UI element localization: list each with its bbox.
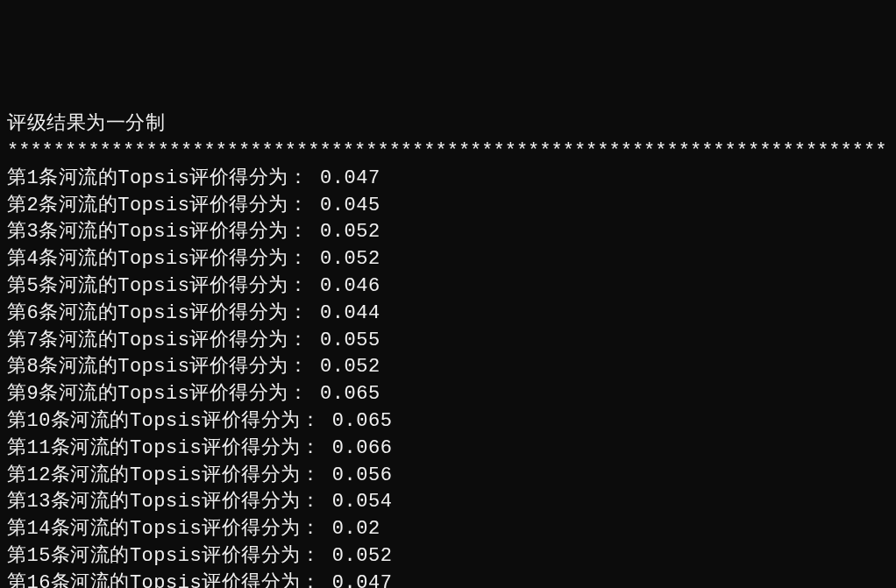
result-line: 第1条河流的Topsis评价得分为： 0.047 [7,166,889,193]
result-line: 第14条河流的Topsis评价得分为： 0.02 [7,516,889,543]
result-line: 第2条河流的Topsis评价得分为： 0.045 [7,193,889,220]
result-line: 第8条河流的Topsis评价得分为： 0.052 [7,354,889,381]
result-line: 第7条河流的Topsis评价得分为： 0.055 [7,328,889,355]
result-line: 第3条河流的Topsis评价得分为： 0.052 [7,219,889,246]
separator-top: ****************************************… [7,138,889,166]
result-line: 第10条河流的Topsis评价得分为： 0.065 [7,408,889,436]
result-line: 第16条河流的Topsis评价得分为： 0.047 [7,570,889,588]
result-line: 第9条河流的Topsis评价得分为： 0.065 [7,381,889,408]
result-line: 第13条河流的Topsis评价得分为： 0.054 [7,489,889,516]
result-line: 第15条河流的Topsis评价得分为： 0.052 [7,543,889,570]
terminal-output: 评级结果为一分制********************************… [7,111,889,588]
result-line: 第4条河流的Topsis评价得分为： 0.052 [7,246,889,273]
result-line: 第11条河流的Topsis评价得分为： 0.066 [7,436,889,463]
result-line: 第12条河流的Topsis评价得分为： 0.056 [7,463,889,490]
results-container: 第1条河流的Topsis评价得分为： 0.047第2条河流的Topsis评价得分… [7,166,889,588]
header-line: 评级结果为一分制 [7,111,889,138]
result-line: 第6条河流的Topsis评价得分为： 0.044 [7,301,889,328]
result-line: 第5条河流的Topsis评价得分为： 0.046 [7,273,889,301]
